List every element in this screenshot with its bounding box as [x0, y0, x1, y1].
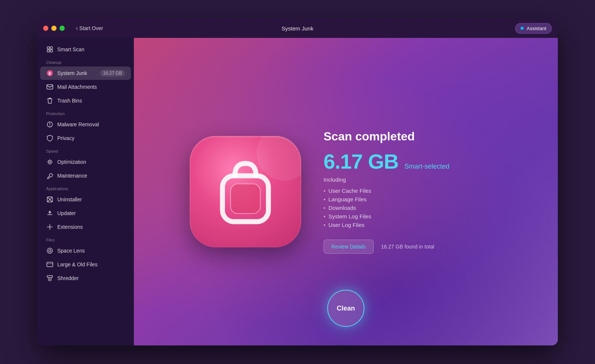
size-number: 6.17 GB	[324, 149, 399, 173]
section-label-cleanup: Cleanup	[37, 56, 134, 66]
section-label-files: Files	[37, 234, 134, 244]
back-button[interactable]: ‹ Start Over	[76, 25, 103, 32]
app-icon	[190, 136, 301, 247]
assistant-label: Assistant	[527, 26, 546, 31]
list-item: User Cache Files	[324, 186, 502, 195]
smart-selected-label: Smart-selected	[405, 163, 450, 170]
list-item: User Log Files	[324, 221, 502, 229]
space-lens-label: Space Lens	[57, 248, 125, 254]
malware-removal-label: Malware Removal	[57, 121, 125, 127]
app-window: ‹ Start Over System Junk Assistant	[37, 19, 558, 345]
svg-rect-16	[231, 184, 260, 214]
sidebar-item-mail-attachments[interactable]: Mail Attachments	[40, 80, 131, 94]
sidebar-item-smart-scan[interactable]: Smart Scan	[40, 43, 131, 56]
svg-point-11	[47, 248, 52, 253]
shredder-label: Shredder	[57, 275, 125, 281]
list-item: Downloads	[324, 204, 502, 212]
extensions-label: Extensions	[57, 224, 125, 230]
file-list: User Cache Files Language Files Download…	[324, 186, 502, 229]
uninstaller-icon	[46, 196, 54, 203]
sidebar-item-updater[interactable]: Updater	[40, 207, 131, 220]
extensions-icon	[46, 223, 54, 231]
size-display: 6.17 GB Smart-selected	[324, 149, 502, 173]
logo-svg	[210, 156, 281, 227]
sidebar-item-optimization[interactable]: Optimization	[40, 155, 131, 169]
section-label-speed: Speed	[37, 145, 134, 155]
traffic-lights	[43, 26, 65, 31]
clean-button[interactable]: Clean	[327, 290, 364, 327]
back-label: Start Over	[79, 25, 103, 31]
sidebar-item-malware-removal[interactable]: Malware Removal	[40, 118, 131, 131]
maintenance-label: Maintenance	[57, 173, 125, 179]
titlebar: ‹ Start Over System Junk Assistant	[37, 19, 558, 38]
assistant-button[interactable]: Assistant	[515, 23, 552, 34]
shredder-icon	[46, 274, 54, 282]
system-junk-icon: 🗑	[46, 69, 54, 77]
info-panel: Scan completed 6.17 GB Smart-selected In…	[324, 130, 502, 254]
svg-rect-14	[47, 276, 52, 277]
system-junk-label: System Junk	[57, 70, 96, 76]
app-icon-container	[190, 136, 301, 247]
sidebar-item-maintenance[interactable]: Maintenance	[40, 169, 131, 182]
window-title: System Junk	[282, 25, 313, 32]
sidebar-item-privacy[interactable]: Privacy	[40, 131, 131, 145]
review-details-button[interactable]: Review Details	[324, 240, 374, 254]
sidebar-item-extensions[interactable]: Extensions	[40, 220, 131, 234]
minimize-button[interactable]	[51, 26, 57, 31]
list-item: System Log Files	[324, 212, 502, 221]
smart-scan-icon	[46, 46, 54, 53]
updater-label: Updater	[57, 210, 125, 216]
svg-rect-2	[47, 50, 49, 52]
space-lens-icon	[46, 247, 54, 254]
optimization-label: Optimization	[57, 159, 125, 165]
mail-attachments-label: Mail Attachments	[57, 84, 125, 90]
svg-rect-3	[50, 50, 52, 52]
svg-rect-1	[50, 47, 52, 49]
app-body: Smart Scan Cleanup 🗑 System Junk 16.27 G…	[37, 38, 558, 345]
close-button[interactable]	[43, 26, 48, 31]
sidebar-item-system-junk[interactable]: 🗑 System Junk 16.27 GB	[40, 66, 131, 80]
svg-point-9	[49, 161, 51, 163]
svg-point-7	[49, 98, 50, 99]
section-label-protection: Protection	[37, 108, 134, 117]
optimization-icon	[46, 158, 54, 166]
svg-rect-13	[47, 262, 53, 267]
svg-point-12	[49, 250, 51, 252]
trash-bins-icon	[46, 97, 54, 104]
back-chevron-icon: ‹	[76, 25, 78, 32]
mail-attachments-icon	[46, 83, 54, 91]
scan-completed-title: Scan completed	[324, 130, 502, 143]
sidebar: Smart Scan Cleanup 🗑 System Junk 16.27 G…	[37, 38, 134, 345]
large-old-files-label: Large & Old Files	[57, 261, 125, 267]
sidebar-item-large-old-files[interactable]: Large & Old Files	[40, 258, 131, 271]
content-layout: Scan completed 6.17 GB Smart-selected In…	[134, 130, 558, 254]
clean-button-container: Clean	[327, 290, 364, 327]
assistant-dot-icon	[521, 27, 524, 30]
sidebar-item-trash-bins[interactable]: Trash Bins	[40, 94, 131, 107]
smart-scan-label: Smart Scan	[57, 46, 125, 52]
sidebar-item-uninstaller[interactable]: Uninstaller	[40, 193, 131, 206]
svg-rect-6	[47, 85, 53, 89]
malware-removal-icon	[46, 121, 54, 128]
privacy-label: Privacy	[57, 135, 125, 141]
uninstaller-label: Uninstaller	[57, 196, 125, 202]
total-found-label: 16.27 GB found in total	[381, 244, 434, 250]
svg-rect-0	[47, 47, 49, 49]
main-content: Scan completed 6.17 GB Smart-selected In…	[134, 38, 558, 345]
list-item: Language Files	[324, 195, 502, 204]
including-label: Including	[324, 176, 502, 183]
large-old-files-icon	[46, 261, 54, 268]
sidebar-item-space-lens[interactable]: Space Lens	[40, 244, 131, 257]
svg-text:🗑: 🗑	[48, 71, 52, 75]
section-label-applications: Applications	[37, 183, 134, 192]
maximize-button[interactable]	[60, 26, 65, 31]
system-junk-badge: 16.27 GB	[100, 70, 125, 77]
bottom-row: Review Details 16.27 GB found in total	[324, 240, 502, 254]
trash-bins-label: Trash Bins	[57, 98, 125, 104]
maintenance-icon	[46, 172, 54, 179]
privacy-icon	[46, 134, 54, 142]
updater-icon	[46, 209, 54, 217]
sidebar-item-shredder[interactable]: Shredder	[40, 272, 131, 285]
